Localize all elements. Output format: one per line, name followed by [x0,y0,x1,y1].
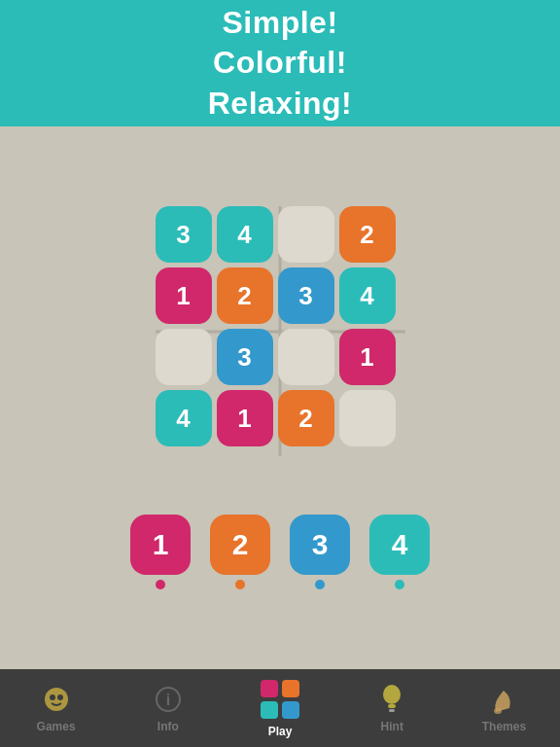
tagline-line2: Colorful! [213,45,347,80]
palette-dot-1 [156,580,165,589]
header: Simple! Colorful! Relaxing! [0,0,560,126]
cell-15[interactable] [339,390,396,446]
palette-cell-3[interactable]: 3 [290,515,350,575]
cell-12[interactable]: 4 [156,390,212,446]
palette-cell-1[interactable]: 1 [130,515,191,575]
tab-play[interactable]: Play [224,679,335,738]
palette-item-1[interactable]: 1 [130,515,191,589]
palette-item-2[interactable]: 2 [210,515,270,589]
main-content: 3 4 2 1 2 3 4 3 1 4 1 2 1 2 [0,126,560,669]
cell-14[interactable]: 2 [278,390,334,446]
tab-themes[interactable]: Themes [448,684,560,733]
tab-hint[interactable]: Hint [336,684,448,733]
play-icon [260,679,300,720]
palette-item-3[interactable]: 3 [290,515,350,589]
cell-8[interactable] [156,329,212,385]
palette-item-4[interactable]: 4 [369,515,430,589]
svg-point-12 [494,708,502,714]
svg-text:i: i [166,692,170,708]
games-icon [41,684,72,715]
tab-info-label: Info [158,720,179,733]
tab-hint-label: Hint [381,720,403,733]
themes-icon [488,684,519,715]
cell-4[interactable]: 1 [156,267,212,324]
cell-5[interactable]: 2 [217,267,273,324]
hint-icon [376,684,407,715]
cell-1[interactable]: 4 [217,206,273,263]
tabbar: Games i Info Play [0,669,560,747]
palette-cell-2[interactable]: 2 [210,515,270,575]
cell-0[interactable]: 3 [156,206,212,263]
tab-info[interactable]: i Info [112,684,224,733]
tagline-line1: Simple! [222,5,337,40]
svg-rect-11 [389,709,395,712]
cell-11[interactable]: 1 [339,329,396,385]
svg-rect-7 [261,701,278,719]
tab-themes-label: Themes [482,720,526,733]
svg-rect-6 [282,680,299,697]
cell-3[interactable]: 2 [339,206,396,263]
tab-games-label: Games [37,720,76,733]
cell-2[interactable] [278,206,334,263]
tagline: Simple! Colorful! Relaxing! [208,3,353,124]
tab-games[interactable]: Games [0,684,112,733]
puzzle-wrapper: 3 4 2 1 2 3 4 3 1 4 1 2 [156,206,405,456]
svg-point-1 [50,694,55,700]
svg-point-2 [57,694,63,700]
tab-play-label: Play [268,725,293,738]
palette-cell-4[interactable]: 4 [369,515,430,575]
cell-10[interactable] [278,329,334,385]
palette-dot-2 [235,580,245,589]
number-palette: 1 2 3 4 [130,515,430,589]
cell-9[interactable]: 3 [217,329,273,385]
svg-point-9 [383,685,401,704]
palette-dot-4 [395,580,404,589]
palette-dot-3 [315,580,325,589]
info-icon: i [153,684,184,715]
tagline-line3: Relaxing! [208,86,353,121]
svg-rect-8 [282,701,299,719]
cell-7[interactable]: 4 [339,267,396,324]
puzzle-grid[interactable]: 3 4 2 1 2 3 4 3 1 4 1 2 [156,206,405,446]
cell-6[interactable]: 3 [278,267,334,324]
svg-point-0 [45,688,68,711]
cell-13[interactable]: 1 [217,390,273,446]
svg-rect-10 [388,704,396,708]
svg-rect-5 [261,680,278,697]
